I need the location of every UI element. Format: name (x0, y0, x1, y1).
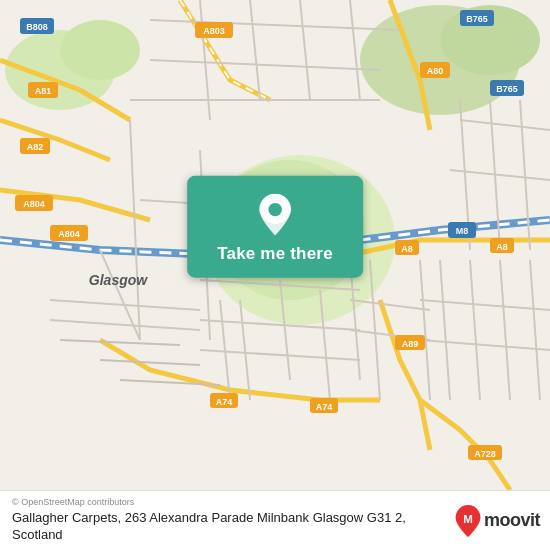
moovit-pin-icon: M (454, 505, 482, 537)
svg-text:A8: A8 (401, 244, 413, 254)
svg-text:A74: A74 (316, 402, 333, 412)
svg-text:A728: A728 (474, 449, 496, 459)
svg-text:A804: A804 (23, 199, 45, 209)
svg-text:A82: A82 (27, 142, 44, 152)
svg-text:B765: B765 (466, 14, 488, 24)
svg-point-82 (268, 203, 281, 216)
navigation-button-overlay: Take me there (187, 176, 363, 278)
svg-text:A89: A89 (402, 339, 419, 349)
map-attribution: © OpenStreetMap contributors (12, 497, 446, 507)
svg-text:B808: B808 (26, 22, 48, 32)
svg-text:B765: B765 (496, 84, 518, 94)
svg-text:A80: A80 (427, 66, 444, 76)
moovit-logo: M moovit (454, 505, 540, 537)
svg-text:M8: M8 (456, 226, 469, 236)
bottom-info: © OpenStreetMap contributors Gallagher C… (12, 497, 446, 544)
svg-text:Glasgow: Glasgow (89, 272, 148, 288)
take-me-there-card[interactable]: Take me there (187, 176, 363, 278)
location-pin-icon (254, 194, 296, 236)
svg-text:A74: A74 (216, 397, 233, 407)
moovit-text: moovit (484, 510, 540, 531)
place-name: Gallagher Carpets, 263 Alexandra Parade … (12, 510, 446, 544)
take-me-there-label: Take me there (217, 244, 333, 264)
svg-text:A8: A8 (496, 242, 508, 252)
svg-point-4 (60, 20, 140, 80)
bottom-bar: © OpenStreetMap contributors Gallagher C… (0, 490, 550, 550)
svg-text:A804: A804 (58, 229, 80, 239)
map-container: B808 B765 B765 A81 A803 A82 A804 A804 A8… (0, 0, 550, 490)
svg-text:A81: A81 (35, 86, 52, 96)
svg-text:M: M (463, 512, 473, 524)
svg-text:A803: A803 (203, 26, 225, 36)
